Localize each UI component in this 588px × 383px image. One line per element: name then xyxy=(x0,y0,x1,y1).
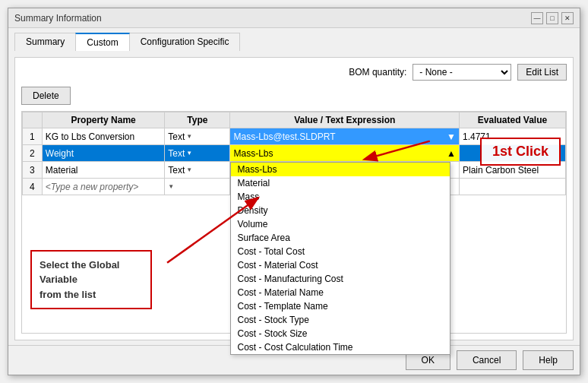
value-dropdown-popup: Mass-Lbs Material Mass Density Volume Su… xyxy=(230,162,450,355)
summary-information-window: Summary Information — □ ✕ Summary Custom… xyxy=(8,8,580,375)
bom-quantity-label: BOM quantity: xyxy=(349,67,406,78)
bom-row: BOM quantity: - None - Edit List xyxy=(21,64,567,81)
row-num-4: 4 xyxy=(23,179,43,195)
property-name-3[interactable]: Material xyxy=(42,162,165,179)
dd-item-cost-calc-time[interactable]: Cost - Cost Calculation Time xyxy=(231,340,450,354)
tab-custom[interactable]: Custom xyxy=(75,33,129,51)
dd-item-mass-lbs[interactable]: Mass-Lbs xyxy=(231,163,450,176)
type-cell-1[interactable]: Text ▼ xyxy=(165,128,230,145)
col-header-type: Type xyxy=(165,112,230,128)
value-dropdown-icon-2[interactable]: ▲ xyxy=(447,148,456,159)
edit-list-button[interactable]: Edit List xyxy=(517,64,567,81)
property-name-2[interactable]: Weight xyxy=(42,145,165,162)
annotation-first-click: 1st Click xyxy=(480,138,561,166)
close-button[interactable]: ✕ xyxy=(561,12,574,24)
dd-item-cost-manufacturing[interactable]: Cost - Manufacturing Cost xyxy=(231,272,450,286)
dd-item-volume[interactable]: Volume xyxy=(231,217,450,231)
type-cell-4[interactable]: ▼ xyxy=(165,179,230,195)
type-cell-2[interactable]: Text ▼ xyxy=(165,145,230,162)
col-header-property-name: Property Name xyxy=(42,112,165,128)
value-text-1: Mass-Lbs@test.SLDPRT xyxy=(233,131,447,142)
tab-content: BOM quantity: - None - Edit List Delete … xyxy=(14,57,574,340)
type-dropdown-icon-2[interactable]: ▼ xyxy=(186,150,194,157)
help-button[interactable]: Help xyxy=(523,350,574,370)
cancel-button[interactable]: Cancel xyxy=(457,350,517,370)
col-header-value: Value / Text Expression xyxy=(230,112,460,128)
bom-quantity-select[interactable]: - None - xyxy=(413,64,511,81)
dd-item-cost-stock-type[interactable]: Cost - Stock Type xyxy=(231,313,450,327)
col-header-num xyxy=(23,112,43,128)
tab-bar: Summary Custom Configuration Specific xyxy=(14,33,574,51)
row-num-1: 1 xyxy=(23,128,43,145)
type-dropdown-icon-1[interactable]: ▼ xyxy=(186,133,194,141)
value-dropdown-icon-1[interactable]: ▼ xyxy=(447,131,456,142)
main-content: Summary Custom Configuration Specific BO… xyxy=(8,28,580,345)
value-text-2: Mass-Lbs xyxy=(233,148,447,159)
dd-item-cost-material-name[interactable]: Cost - Material Name xyxy=(231,286,450,299)
dd-item-density[interactable]: Density xyxy=(231,204,450,217)
value-cell-1[interactable]: Mass-Lbs@test.SLDPRT ▼ xyxy=(230,128,460,145)
row-num-3: 3 xyxy=(23,162,43,179)
dd-item-cost-material[interactable]: Cost - Material Cost xyxy=(231,258,450,272)
maximize-button[interactable]: □ xyxy=(546,12,558,24)
tab-summary[interactable]: Summary xyxy=(14,33,76,51)
type-dropdown-icon-3[interactable]: ▼ xyxy=(186,166,194,174)
value-cell-2[interactable]: Mass-Lbs ▲ Mass-Lbs Material Mass Densit… xyxy=(230,145,460,162)
dd-item-material[interactable]: Material xyxy=(231,176,450,190)
evaluated-4 xyxy=(459,179,565,195)
annotation-select-variable: Select the Global Variable from the list xyxy=(30,250,152,310)
type-dropdown-icon-4[interactable]: ▼ xyxy=(168,183,175,191)
property-name-1[interactable]: KG to Lbs Conversion xyxy=(42,128,165,145)
dd-item-mass[interactable]: Mass xyxy=(231,190,450,204)
dd-item-surface-area[interactable]: Surface Area xyxy=(231,231,450,245)
col-header-evaluated: Evaluated Value xyxy=(459,112,565,128)
tab-configuration-specific[interactable]: Configuration Specific xyxy=(129,33,241,51)
dd-item-cost-template[interactable]: Cost - Template Name xyxy=(231,299,450,313)
property-name-4[interactable]: <Type a new property> xyxy=(42,179,165,195)
row-num-2: 2 xyxy=(23,145,43,162)
title-bar: Summary Information — □ ✕ xyxy=(8,8,580,28)
window-title: Summary Information xyxy=(14,13,102,24)
dd-item-cost-stock-size[interactable]: Cost - Stock Size xyxy=(231,327,450,340)
delete-button[interactable]: Delete xyxy=(21,87,71,105)
minimize-button[interactable]: — xyxy=(531,12,543,24)
type-cell-3[interactable]: Text ▼ xyxy=(165,162,230,179)
dd-item-cost-total[interactable]: Cost - Total Cost xyxy=(231,245,450,258)
window-controls: — □ ✕ xyxy=(531,12,574,24)
